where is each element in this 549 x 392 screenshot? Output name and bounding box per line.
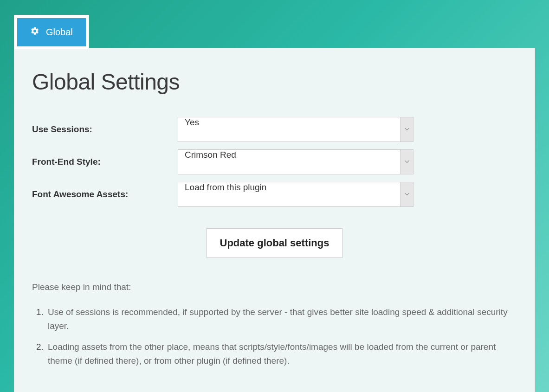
tab-label: Global	[46, 27, 73, 38]
select-value: Crimson Red	[178, 149, 413, 174]
notes-list: Use of sessions is recommended, if suppo…	[32, 305, 517, 368]
label-use-sessions: Use Sessions:	[32, 124, 178, 135]
page-title: Global Settings	[32, 69, 517, 95]
label-font-awesome-assets: Font Awesome Assets:	[32, 189, 178, 199]
select-value: Load from this plugin	[178, 182, 413, 207]
notes-item: Loading assets from the other place, mea…	[46, 340, 517, 368]
select-use-sessions[interactable]: Yes	[178, 117, 413, 142]
form-row-front-end-style: Front-End Style: Crimson Red	[32, 149, 517, 174]
tab-global[interactable]: Global	[14, 15, 89, 49]
select-front-end-style[interactable]: Crimson Red	[178, 149, 413, 174]
label-front-end-style: Front-End Style:	[32, 157, 178, 167]
content-panel: Global Settings Use Sessions: Yes Front-…	[14, 48, 535, 392]
page-container: Global Global Settings Use Sessions: Yes…	[0, 0, 549, 392]
form-row-font-awesome-assets: Font Awesome Assets: Load from this plug…	[32, 182, 517, 207]
gear-icon	[30, 26, 39, 38]
select-font-awesome-assets[interactable]: Load from this plugin	[178, 182, 413, 207]
form-row-use-sessions: Use Sessions: Yes	[32, 117, 517, 142]
notes-intro: Please keep in mind that:	[32, 282, 517, 292]
update-global-settings-button[interactable]: Update global settings	[207, 228, 343, 258]
tab-bar: Global	[14, 15, 535, 49]
button-row: Update global settings	[32, 228, 517, 258]
notes-item: Use of sessions is recommended, if suppo…	[46, 305, 517, 334]
select-value: Yes	[178, 117, 413, 142]
